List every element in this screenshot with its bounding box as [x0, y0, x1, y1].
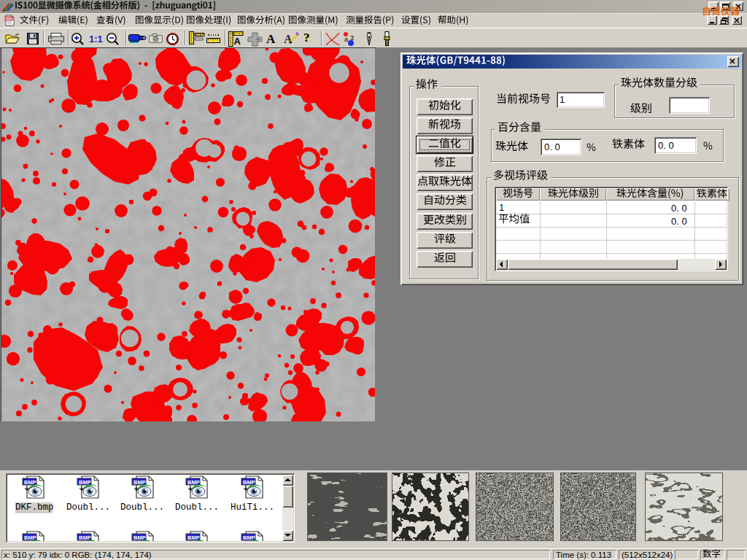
svg-text:a: a	[344, 36, 348, 43]
svg-text:DOC: DOC	[6, 17, 14, 20]
svg-text:A: A	[234, 36, 241, 47]
svg-text:A: A	[284, 33, 293, 45]
